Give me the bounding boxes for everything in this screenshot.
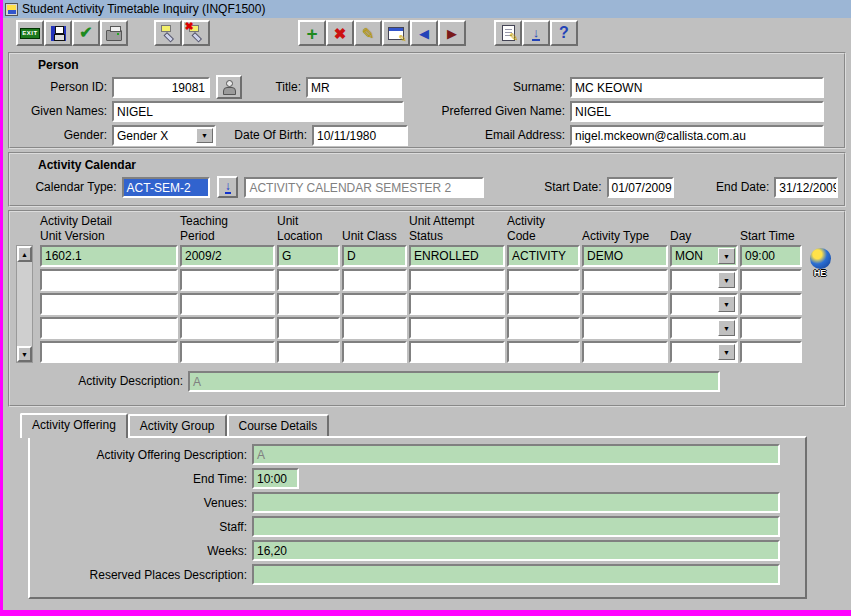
activity-offering-description-field[interactable]: A [252,444,780,465]
tab-course-details[interactable]: Course Details [227,414,330,436]
start-time-field[interactable] [740,317,802,339]
next-block-button[interactable]: ▶ [438,20,466,46]
activity-code-field[interactable] [507,341,580,363]
left-arrow-icon: ◀ [419,27,429,40]
gender-dropdown-button[interactable]: ▼ [196,128,213,143]
flashlight-cancel-icon: ✖ [187,24,206,42]
unit-class-field[interactable]: D [342,245,407,267]
teaching-period-field[interactable]: 2009/2 [180,245,275,267]
staff-field[interactable] [252,516,780,537]
email-address-field[interactable]: nigel.mckeown@callista.com.au [570,125,824,146]
unit-version-field[interactable]: 1602.1 [40,245,178,267]
record-scrollbar[interactable]: ▲ ▼ [16,245,33,363]
unit-version-field[interactable] [40,317,178,339]
day-dropdown-button[interactable]: ▼ [718,272,735,288]
day-dropdown-button[interactable]: ▼ [718,296,735,312]
activity-code-field[interactable] [507,317,580,339]
unit-attempt-status-field[interactable] [409,317,505,339]
gender-select[interactable]: Gender X ▼ [112,125,216,146]
unit-version-field[interactable] [40,341,178,363]
edit-button[interactable] [494,20,522,46]
calendar-type-field[interactable]: ACT-SEM-2 [122,177,211,198]
calendar-lov-button[interactable]: ↓ [217,176,238,198]
day-select[interactable]: ▼ [670,293,738,315]
start-date-field[interactable]: 01/07/2009 [607,177,674,198]
update-record-button[interactable]: ✎ [354,20,382,46]
surname-field[interactable]: MC KEOWN [570,77,824,98]
cancel-query-button[interactable]: ✖ [182,20,210,46]
day-dropdown-button[interactable]: ▼ [718,248,735,264]
delete-record-button[interactable]: ✖ [326,20,354,46]
unit-location-field[interactable]: G [277,245,340,267]
unit-location-field[interactable] [277,317,340,339]
scroll-down-button[interactable]: ▼ [17,346,32,362]
print-button[interactable] [100,20,128,46]
enter-query-button[interactable] [154,20,182,46]
start-time-field[interactable] [740,341,802,363]
day-select[interactable]: MON ▼ [670,245,738,267]
activity-type-field[interactable]: DEMO [582,245,668,267]
activity-type-field[interactable] [582,269,668,291]
teaching-period-field[interactable] [180,269,275,291]
tab-activity-group[interactable]: Activity Group [128,414,227,436]
teaching-period-field[interactable] [180,341,275,363]
insert-record-button[interactable]: + [298,20,326,46]
person-id-field[interactable]: 19081 [112,77,210,98]
venues-label: Venues: [30,496,252,510]
unit-version-field[interactable] [40,293,178,315]
end-time-field[interactable]: 10:00 [252,468,299,489]
unit-class-field[interactable] [342,269,407,291]
reserved-places-description-field[interactable] [252,564,780,585]
unit-class-field[interactable] [342,293,407,315]
activity-code-field[interactable] [507,269,580,291]
unit-class-field[interactable] [342,317,407,339]
help-button[interactable]: ? [550,20,578,46]
tab-activity-offering[interactable]: Activity Offering [20,413,128,438]
find-window-button[interactable] [382,20,410,46]
calendar-type-label: Calendar Type: [16,180,122,194]
preferred-given-name-field[interactable]: NIGEL [570,101,824,122]
teaching-period-field[interactable] [180,293,275,315]
start-time-field[interactable] [740,293,802,315]
venues-field[interactable] [252,492,780,513]
exit-button[interactable]: EXIT [16,20,44,46]
column-header: Unit Class [342,229,407,244]
day-dropdown-button[interactable]: ▼ [718,344,735,360]
unit-attempt-status-field[interactable]: ENROLLED [409,245,505,267]
unit-attempt-status-field[interactable] [409,341,505,363]
exit-icon: EXIT [20,28,40,39]
teaching-period-field[interactable] [180,317,275,339]
end-date-field[interactable]: 31/12/2009 [774,177,838,198]
unit-location-field[interactable] [277,341,340,363]
day-select[interactable]: ▼ [670,269,738,291]
unit-class-field[interactable] [342,341,407,363]
day-dropdown-button[interactable]: ▼ [718,320,735,336]
activity-code-field[interactable]: ACTIVITY [507,245,580,267]
date-of-birth-field[interactable]: 10/11/1980 [312,125,408,146]
unit-location-field[interactable] [277,269,340,291]
weeks-field[interactable]: 16,20 [252,540,780,561]
download-button[interactable]: ↓ [522,20,550,46]
unit-location-field[interactable] [277,293,340,315]
activity-code-field[interactable] [507,293,580,315]
start-time-field[interactable]: 09:00 [740,245,802,267]
commit-button[interactable]: ✔ [72,20,100,46]
previous-block-button[interactable]: ◀ [410,20,438,46]
scroll-up-button[interactable]: ▲ [17,246,32,262]
day-select[interactable]: ▼ [670,341,738,363]
unit-attempt-status-field[interactable] [409,293,505,315]
activity-type-field[interactable] [582,341,668,363]
calendar-description-field: ACTIVITY CALENDAR SEMESTER 2 [244,177,484,198]
day-select[interactable]: ▼ [670,317,738,339]
activity-type-field[interactable] [582,293,668,315]
given-names-field[interactable]: NIGEL [112,101,404,122]
title-field[interactable]: MR [306,77,402,98]
unit-version-field[interactable] [40,269,178,291]
activity-type-field[interactable] [582,317,668,339]
start-time-field[interactable] [740,269,802,291]
person-lookup-button[interactable] [216,75,242,99]
save-button[interactable] [44,20,72,46]
gender-label: Gender: [16,128,112,142]
activity-description-field[interactable]: A [188,371,720,392]
unit-attempt-status-field[interactable] [409,269,505,291]
